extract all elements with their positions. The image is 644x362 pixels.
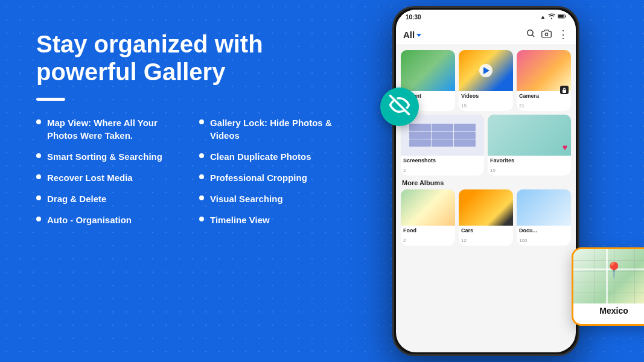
bullet-icon (199, 119, 204, 124)
album-name: Docu... (519, 227, 569, 233)
status-bar: 10:30 ▲ (396, 10, 576, 24)
feature-visual-search: Visual Searching (199, 192, 344, 205)
headline: Stay organized with powerful Gallery (36, 30, 344, 86)
features-left-col: Map View: Where All Your Photos Were Tak… (36, 116, 181, 235)
features-right-col: Gallery Lock: Hide Photos & Videos Clean… (199, 116, 344, 235)
album-name: Food (403, 227, 453, 233)
map-grid-line (594, 249, 595, 303)
dropdown-label: All (403, 30, 415, 40)
album-camera[interactable]: Camera 21 (517, 50, 571, 111)
album-food-image (401, 189, 455, 226)
feature-smart-sorting: Smart Sorting & Searching (36, 150, 181, 163)
album-count: 21 (519, 103, 524, 109)
gallery-content: Recent 2 Videos (396, 45, 576, 250)
camera-icon[interactable] (541, 29, 552, 40)
album-cars[interactable]: Cars 12 (459, 189, 513, 246)
header-icons: ⋮ (526, 28, 569, 41)
right-panel: 10:30 ▲ (374, 0, 644, 362)
page-container: Stay organized with powerful Gallery Map… (0, 0, 644, 362)
album-food-label: Food 2 (401, 226, 455, 246)
headline-line1: Stay organized with (36, 31, 263, 57)
svg-line-5 (532, 35, 534, 37)
album-count: 2 (403, 168, 406, 173)
eye-slash-icon (389, 95, 410, 119)
feature-text: Smart Sorting & Searching (47, 150, 162, 163)
feature-text: Professional Cropping (210, 171, 307, 184)
feature-text: Auto - Organisation (47, 214, 132, 226)
feature-auto-org: Auto - Organisation (36, 214, 181, 226)
feature-text: Map View: Where All Your Photos Were Tak… (47, 116, 181, 142)
svg-point-4 (528, 30, 533, 36)
more-options-icon[interactable]: ⋮ (558, 28, 569, 41)
album-favorites[interactable]: ♥ Favorites 15 (488, 115, 571, 176)
album-count: 15 (461, 103, 467, 109)
albums-row-3: Food 2 Cars 12 (401, 189, 571, 246)
album-count: 12 (461, 238, 467, 243)
feature-text: Visual Searching (210, 192, 283, 205)
feature-text: Timeline View (210, 214, 270, 226)
feature-drag-delete: Drag & Delete (36, 192, 181, 205)
phone-screen: 10:30 ▲ (396, 10, 576, 352)
feature-pro-crop: Professional Cropping (199, 171, 344, 184)
albums-row-1: Recent 2 Videos (401, 50, 571, 111)
album-cars-image (459, 189, 513, 226)
map-grid-line (573, 282, 644, 282)
album-videos-label: Videos 15 (459, 91, 513, 111)
map-card[interactable]: 📍 Mexico (572, 247, 644, 326)
album-screenshots-image (401, 115, 484, 156)
map-background: 📍 (573, 249, 644, 303)
all-dropdown[interactable]: All (403, 30, 421, 40)
feature-text: Drag & Delete (47, 192, 106, 205)
map-grid-line (634, 249, 635, 303)
album-name: Screenshots (403, 157, 482, 164)
bullet-icon (36, 174, 41, 179)
battery-icon (558, 14, 566, 20)
album-docs-image (517, 189, 571, 226)
feature-recover-lost: Recover Lost Media (36, 171, 181, 184)
more-albums-label: More Albums (401, 179, 571, 186)
svg-point-6 (545, 33, 547, 35)
search-icon[interactable] (526, 28, 535, 40)
album-count: 100 (519, 238, 527, 243)
album-name: Favorites (490, 157, 569, 164)
play-icon (483, 67, 489, 74)
album-docs[interactable]: Docu... 100 (517, 189, 571, 246)
heart-icon: ♥ (563, 142, 567, 152)
signal-icon: ▲ (540, 14, 546, 20)
bullet-icon (36, 217, 41, 221)
album-screenshots-label: Screenshots 2 (401, 156, 484, 176)
feature-text: Clean Duplicate Photos (210, 150, 311, 163)
location-pin-icon: 📍 (604, 261, 623, 280)
feature-text: Recover Lost Media (47, 171, 133, 184)
bullet-icon (199, 195, 204, 200)
wifi-icon (548, 13, 555, 21)
divider (36, 98, 65, 101)
bullet-icon (36, 119, 41, 124)
lock-badge (560, 86, 569, 94)
feature-timeline: Timeline View (199, 214, 344, 226)
headline-line2: powerful Gallery (36, 59, 225, 85)
status-icons: ▲ (540, 13, 566, 21)
album-videos-image (459, 50, 513, 91)
album-favorites-image: ♥ (488, 115, 571, 156)
feature-map-view: Map View: Where All Your Photos Were Tak… (36, 116, 181, 142)
album-food[interactable]: Food 2 (401, 189, 455, 246)
album-recent-image (401, 50, 455, 91)
privacy-fab[interactable] (380, 87, 419, 126)
bullet-icon (199, 153, 204, 158)
left-panel: Stay organized with powerful Gallery Map… (0, 0, 374, 362)
phone-mockup: 10:30 ▲ (392, 6, 579, 356)
album-videos[interactable]: Videos 15 (459, 50, 513, 111)
bullet-icon (199, 174, 204, 179)
bullet-icon (199, 217, 204, 221)
svg-rect-7 (563, 89, 566, 92)
chevron-down-icon (416, 34, 421, 37)
album-cars-label: Cars 12 (459, 226, 513, 246)
album-name: Videos (461, 93, 511, 99)
album-screenshots[interactable]: Screenshots 2 (401, 115, 484, 176)
app-header: All (396, 24, 576, 45)
bullet-icon (36, 153, 41, 158)
map-label-area: Mexico (573, 303, 644, 318)
album-favorites-label: Favorites 15 (488, 156, 571, 176)
album-count: 15 (490, 168, 496, 173)
